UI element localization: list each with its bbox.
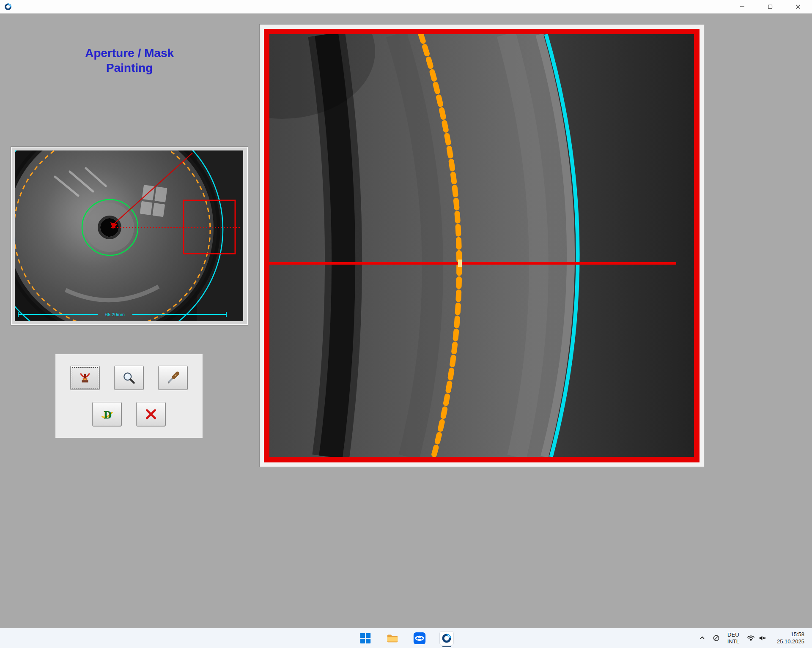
app-logo-icon[interactable] [4, 3, 12, 11]
cancel-button[interactable] [136, 402, 166, 427]
tool-row-2: D [92, 402, 166, 427]
tray-status-item[interactable] [709, 628, 724, 648]
taskbar-center [357, 629, 455, 647]
page-title: Aperture / Mask Painting [54, 46, 205, 75]
close-button[interactable] [784, 0, 812, 13]
app-main: Aperture / Mask Painting [0, 14, 812, 628]
window-titlebar [0, 0, 812, 14]
zoom-red-frame [264, 29, 700, 462]
teamviewer-icon [413, 632, 426, 645]
zoom-image-panel [259, 24, 704, 467]
tool-row-1 [70, 366, 188, 390]
mask-paint-tool-button[interactable] [70, 366, 100, 390]
screwdriver-icon [166, 371, 180, 385]
svg-text:D: D [104, 409, 112, 421]
maximize-button[interactable] [756, 0, 784, 13]
volume-muted-icon [758, 634, 766, 642]
keyboard-layout: INTL [727, 638, 739, 645]
zoom-image[interactable] [269, 34, 694, 457]
clock-time: 15:58 [777, 631, 804, 638]
hidden-icons-chevron[interactable] [696, 628, 709, 648]
page-title-line1: Aperture / Mask [54, 46, 205, 60]
start-button[interactable] [357, 629, 374, 647]
window-controls [728, 0, 812, 13]
language-indicator[interactable]: DEU INTL [724, 628, 743, 648]
wifi-icon [747, 634, 755, 642]
page-title-line2: Painting [54, 60, 205, 75]
aperture-app-logo-icon [442, 633, 452, 643]
language-code: DEU [727, 632, 739, 638]
slashed-eye-icon [713, 634, 720, 642]
magnifier-icon [122, 371, 136, 385]
windows-logo-icon [359, 632, 372, 645]
teamviewer-button[interactable] [411, 629, 428, 647]
tool-panel: D [55, 354, 203, 438]
overview-image-panel: 65.20mm [11, 147, 248, 325]
mask-stamp-icon [78, 371, 92, 385]
aperture-app-tile [439, 631, 454, 645]
zoom-tool-button[interactable] [114, 366, 144, 390]
active-window-indicator [442, 646, 451, 647]
volume-indicator[interactable] [757, 628, 770, 648]
taskbar-tray: DEU INTL 15:58 25.10.2025 [696, 628, 809, 648]
lens-pupil [100, 218, 119, 237]
taskbar: DEU INTL 15:58 25.10.2025 [0, 628, 812, 648]
folder-icon [386, 632, 399, 645]
network-indicator[interactable] [743, 628, 757, 648]
logo-d-button[interactable]: D [92, 402, 122, 427]
adjust-tool-button[interactable] [158, 366, 188, 390]
file-explorer-button[interactable] [384, 629, 401, 647]
aperture-app-button[interactable] [438, 629, 455, 647]
cancel-x-icon [144, 407, 158, 421]
intersection-marker [458, 260, 462, 267]
minimize-button[interactable] [728, 0, 756, 13]
measurement-label: 65.20mm [105, 312, 125, 317]
preview-image[interactable]: 65.20mm [15, 150, 243, 321]
logo-d-icon: D [100, 407, 114, 421]
clock-date: 25.10.2025 [777, 638, 804, 645]
clock[interactable]: 15:58 25.10.2025 [770, 631, 809, 645]
chevron-up-icon [700, 635, 705, 641]
